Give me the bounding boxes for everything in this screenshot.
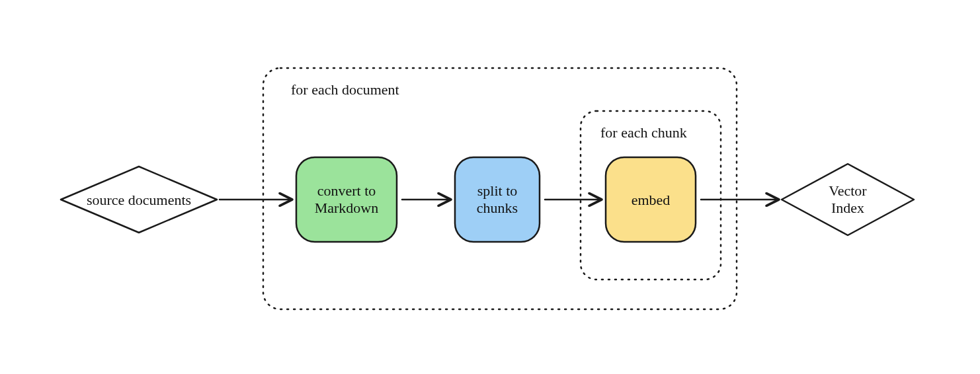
node-convert-line2: Markdown xyxy=(315,200,379,216)
node-split-line2: chunks xyxy=(477,200,518,216)
diagram-canvas: for each document for each chunk source … xyxy=(0,0,980,374)
node-vector-line1: Vector xyxy=(829,182,867,199)
node-embed: embed xyxy=(606,157,696,242)
node-convert-to-markdown: convert to Markdown xyxy=(296,157,397,242)
group-outer-label: for each document xyxy=(291,81,399,98)
node-split-line1: split to xyxy=(477,182,518,199)
node-source-documents-label: source documents xyxy=(87,192,191,208)
node-split-to-chunks: split to chunks xyxy=(455,157,540,242)
node-convert-line1: convert to xyxy=(317,182,376,199)
node-vector-index: Vector Index xyxy=(782,164,914,235)
node-source-documents: source documents xyxy=(61,167,217,233)
node-vector-line2: Index xyxy=(831,200,864,216)
node-embed-label: embed xyxy=(632,192,671,208)
group-inner-label: for each chunk xyxy=(600,124,687,141)
